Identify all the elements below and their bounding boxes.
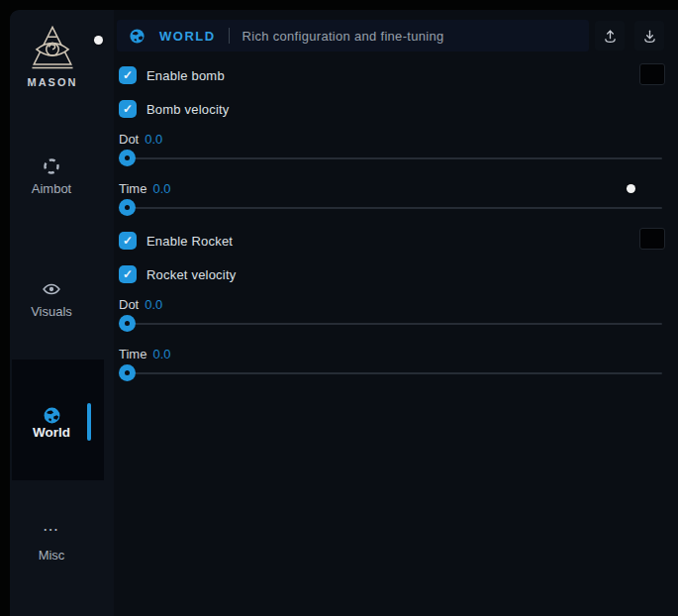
sidebar-item-aimbot[interactable]: Aimbot: [10, 156, 93, 196]
slider-track[interactable]: [121, 207, 662, 209]
slider-value: 0.0: [145, 297, 162, 312]
slider-bomb-dot[interactable]: [119, 150, 662, 167]
main-content: WORLD Rich configuration and fine-tuning…: [114, 10, 678, 616]
checkbox-bomb-velocity[interactable]: ✓ Bomb velocity: [119, 97, 230, 121]
brand-name: MASON: [10, 76, 95, 88]
page-header: WORLD Rich configuration and fine-tuning: [117, 20, 589, 51]
slider-label-bomb-dot: Dot0.0: [119, 132, 162, 147]
sidebar-item-world-selected[interactable]: World: [12, 359, 104, 480]
app-window: MASON Aimbot Visuals: [10, 10, 678, 616]
slider-thumb[interactable]: [119, 199, 136, 216]
sidebar-item-label: World: [12, 425, 91, 440]
sidebar: MASON Aimbot Visuals: [10, 10, 114, 616]
globe-icon: [129, 28, 145, 45]
page-title: WORLD: [159, 29, 216, 44]
eye-icon: [10, 279, 93, 299]
upload-icon: [602, 28, 619, 45]
checkbox-checked-icon[interactable]: ✓: [119, 232, 137, 250]
upload-config-button[interactable]: [595, 21, 625, 51]
mason-eye-pyramid-icon: [24, 23, 81, 72]
slider-thumb[interactable]: [119, 315, 136, 332]
checkbox-rocket-velocity[interactable]: ✓ Rocket velocity: [119, 262, 236, 286]
slider-value: 0.0: [145, 132, 162, 147]
slider-track[interactable]: [121, 157, 662, 159]
active-tab-indicator: [87, 403, 91, 441]
slider-thumb[interactable]: [119, 150, 136, 166]
cursor-dot: [94, 36, 103, 45]
crosshair-icon: [10, 156, 93, 176]
slider-rocket-dot[interactable]: [119, 315, 662, 333]
download-icon: [641, 28, 658, 45]
bomb-color-swatch[interactable]: [639, 63, 665, 85]
slider-rocket-time[interactable]: [119, 364, 662, 382]
sidebar-item-visuals[interactable]: Visuals: [10, 279, 93, 319]
sidebar-item-label: Aimbot: [10, 181, 93, 196]
globe-icon: [12, 406, 91, 425]
slider-track[interactable]: [121, 323, 662, 325]
checkbox-checked-icon[interactable]: ✓: [119, 100, 137, 118]
cursor-dot: [627, 184, 635, 193]
slider-value: 0.0: [152, 181, 170, 196]
sidebar-item-label: Misc: [10, 548, 93, 563]
checkbox-enable-rocket[interactable]: ✓ Enable Rocket: [119, 229, 233, 253]
page-subtitle: Rich configuration and fine-tuning: [242, 29, 444, 44]
slider-thumb[interactable]: [119, 364, 136, 381]
slider-label-rocket-dot: Dot0.0: [119, 297, 162, 312]
checkbox-label: Bomb velocity: [146, 102, 230, 117]
checkbox-enable-bomb[interactable]: ✓ Enable bomb: [119, 63, 225, 87]
checkbox-checked-icon[interactable]: ✓: [119, 66, 137, 84]
slider-label-bomb-time: Time0.0: [119, 181, 170, 196]
slider-label-rocket-time: Time0.0: [119, 347, 170, 361]
slider-bomb-time[interactable]: [119, 199, 662, 217]
slider-track[interactable]: [121, 372, 662, 374]
brand-logo: MASON: [10, 23, 95, 88]
header-divider: [229, 28, 230, 44]
sidebar-item-misc[interactable]: ⋯ Misc: [10, 523, 93, 563]
slider-value: 0.0: [152, 347, 170, 361]
checkbox-checked-icon[interactable]: ✓: [119, 265, 137, 283]
sidebar-item-label: Visuals: [10, 304, 93, 319]
checkbox-label: Enable bomb: [146, 68, 225, 83]
ellipsis-icon: ⋯: [10, 523, 93, 543]
rocket-color-swatch[interactable]: [639, 228, 665, 250]
checkbox-label: Enable Rocket: [146, 234, 233, 249]
download-config-button[interactable]: [634, 21, 664, 51]
checkbox-label: Rocket velocity: [146, 267, 236, 282]
